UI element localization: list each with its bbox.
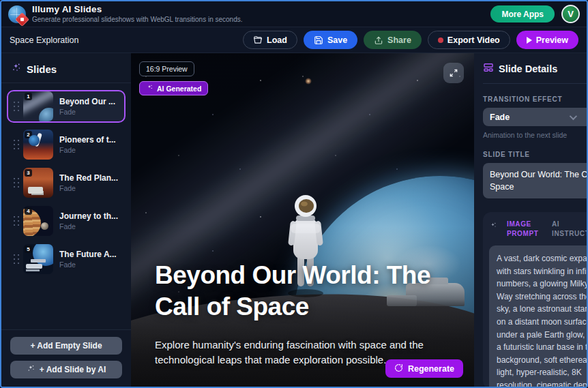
slide-number-badge: 5 [25, 245, 32, 253]
app-window: Illumy AI Slides Generate professional s… [0, 0, 588, 388]
slide-meta: Journey to th... Fade [59, 211, 118, 230]
main-area: Slides 1 Beyond Our ... Fade 2 Pioneers … [1, 53, 587, 387]
slide-thumbnail-2: 2 [23, 130, 53, 160]
slide-item-5[interactable]: 5 The Future A... Fade [7, 243, 126, 275]
prompt-tabs: IMAGE PROMPT AI INSTRUCTIONS [489, 220, 587, 238]
prompt-card: IMAGE PROMPT AI INSTRUCTIONS A vast, dar… [483, 212, 587, 387]
slide-meta: The Future A... Fade [59, 250, 117, 269]
slide-item-transition: Fade [59, 146, 116, 154]
slide-item-title: The Red Plan... [59, 173, 118, 183]
drag-handle-icon[interactable] [12, 177, 20, 189]
drag-handle-icon[interactable] [12, 138, 20, 151]
ai-generated-badge-label: AI Generated [157, 85, 201, 93]
save-button[interactable]: Save [304, 31, 357, 49]
slide-preview: 16:9 Preview AI Generated Beyond Our Wor… [131, 53, 474, 387]
slide-item-3[interactable]: 3 The Red Plan... Fade [7, 166, 126, 199]
record-dot-icon [438, 38, 443, 43]
regenerate-button-label: Regenerate [408, 364, 454, 374]
project-name: Space Exploration [10, 35, 78, 45]
sparkles-icon [489, 220, 497, 233]
slide-item-1[interactable]: 1 Beyond Our ... Fade [7, 90, 126, 123]
slide-text-overlay: Beyond Our World: The Call of Space Expl… [155, 260, 454, 368]
play-icon [527, 37, 532, 44]
share-button[interactable]: Share [364, 31, 422, 49]
save-button-label: Save [327, 35, 347, 45]
app-header: Illumy AI Slides Generate professional s… [1, 1, 587, 27]
slide-item-2[interactable]: 2 Pioneers of t... Fade [7, 128, 126, 161]
layout-icon [483, 62, 494, 76]
slide-item-title: The Future A... [59, 250, 117, 259]
slide-item-title: Pioneers of t... [59, 135, 116, 145]
slide-meta: The Red Plan... Fade [59, 173, 118, 192]
image-prompt-input[interactable]: A vast, dark cosmic expanse with stars t… [489, 245, 587, 387]
add-slide-by-ai-button[interactable]: + Add Slide by AI [10, 361, 122, 378]
slide-number-badge: 3 [25, 169, 32, 177]
slide-item-title: Beyond Our ... [59, 97, 115, 106]
slide-thumbnail-1: 1 [23, 91, 53, 121]
more-apps-button[interactable]: More Apps [490, 5, 555, 23]
load-icon [253, 35, 263, 45]
transition-effect-label: TRANSITION EFFECT [483, 95, 587, 103]
drag-handle-icon[interactable] [12, 215, 20, 227]
toolbar-actions: Load Save Share Export Video Preview [243, 31, 578, 49]
slide-item-title: Journey to th... [59, 211, 118, 221]
toolbar: Space Exploration Load Save Share Export… [1, 27, 587, 53]
load-button[interactable]: Load [243, 31, 297, 49]
slide-meta: Pioneers of t... Fade [59, 135, 116, 154]
save-icon [314, 35, 323, 45]
slides-header-label: Slides [27, 63, 57, 75]
aspect-ratio-badge: 16:9 Preview [139, 61, 194, 76]
slide-thumbnail-5: 5 [23, 244, 53, 274]
tab-image-prompt[interactable]: IMAGE PROMPT [507, 220, 542, 238]
slide-item-transition: Fade [59, 222, 118, 230]
app-subtitle: Generate professional slideshows with We… [32, 16, 243, 25]
slide-item-transition: Fade [59, 184, 118, 192]
tab-ai-instructions[interactable]: AI INSTRUCTIONS [552, 220, 587, 238]
slides-sidebar: Slides 1 Beyond Our ... Fade 2 Pioneers … [1, 53, 131, 387]
preview-button[interactable]: Preview [516, 31, 578, 49]
sparkles-icon [146, 84, 153, 93]
export-video-button[interactable]: Export Video [428, 31, 510, 49]
fullscreen-expand-button[interactable] [443, 63, 464, 83]
slide-details-panel: Slide Details TRANSITION EFFECT Fade Ani… [474, 53, 587, 387]
add-slide-by-ai-label: + Add Slide by AI [40, 365, 106, 374]
slide-meta: Beyond Our ... Fade [59, 97, 115, 116]
export-video-button-label: Export Video [447, 35, 500, 45]
slide-title-input[interactable]: Beyond Our World: The Call of Space [483, 163, 587, 198]
preview-badges: 16:9 Preview AI Generated [139, 61, 208, 95]
add-empty-slide-button[interactable]: + Add Empty Slide [10, 337, 122, 355]
drag-handle-icon[interactable] [12, 253, 20, 265]
app-titles: Illumy AI Slides Generate professional s… [32, 4, 243, 24]
load-button-label: Load [267, 35, 287, 45]
drag-handle-icon[interactable] [12, 100, 20, 113]
avatar[interactable]: V [561, 5, 580, 23]
regenerate-button[interactable]: Regenerate [385, 359, 463, 378]
slide-thumbnail-4: 4 [23, 206, 53, 236]
sidebar-footer: + Add Empty Slide + Add Slide by AI [1, 329, 131, 387]
app-logo-icon [8, 5, 26, 23]
slides-header: Slides [1, 53, 131, 83]
header-right: More Apps V [490, 5, 580, 23]
ai-generated-badge: AI Generated [139, 81, 208, 95]
transition-effect-select[interactable]: Fade [483, 108, 587, 126]
slide-item-transition: Fade [59, 260, 117, 269]
slide-number-badge: 1 [25, 93, 32, 100]
slide-number-badge: 2 [25, 131, 32, 138]
preview-button-label: Preview [536, 35, 568, 45]
slide-thumbnail-3: 3 [23, 168, 53, 198]
slide-title-display: Beyond Our World: The Call of Space [155, 260, 441, 323]
slide-number-badge: 4 [25, 207, 32, 215]
sparkles-icon [27, 364, 35, 375]
share-icon [374, 35, 383, 45]
transition-effect-value: Fade [490, 113, 510, 122]
app-title: Illumy AI Slides [32, 4, 243, 16]
slide-details-header: Slide Details [483, 62, 587, 84]
slide-list: 1 Beyond Our ... Fade 2 Pioneers of t...… [1, 83, 131, 329]
slide-title-label: SLIDE TITLE [483, 151, 587, 158]
chevron-down-icon [570, 112, 577, 119]
sparkles-icon [11, 62, 22, 76]
slide-item-4[interactable]: 4 Journey to th... Fade [7, 205, 126, 237]
refresh-icon [394, 363, 403, 374]
slide-details-title: Slide Details [499, 63, 557, 74]
transition-helper-text: Animation to the next slide [483, 131, 587, 139]
